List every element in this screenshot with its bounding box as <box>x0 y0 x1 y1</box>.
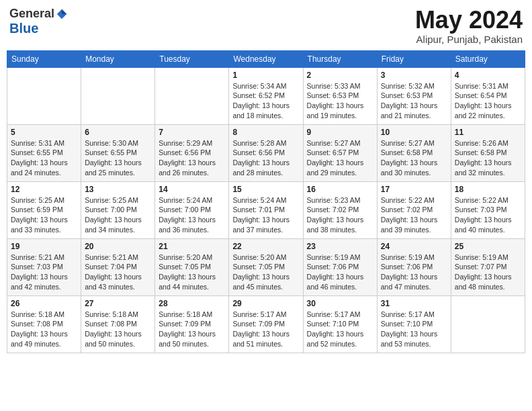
calendar-week-row: 1Sunrise: 5:34 AMSunset: 6:52 PMDaylight… <box>7 67 525 124</box>
day-info: Sunrise: 5:25 AMSunset: 7:00 PMDaylight:… <box>85 195 151 235</box>
calendar-header-friday: Friday <box>377 50 451 67</box>
calendar-header-tuesday: Tuesday <box>155 50 229 67</box>
day-number: 4 <box>455 71 521 80</box>
day-number: 3 <box>381 71 447 80</box>
calendar-cell: 1Sunrise: 5:34 AMSunset: 6:52 PMDaylight… <box>229 67 303 124</box>
day-info: Sunrise: 5:21 AMSunset: 7:03 PMDaylight:… <box>11 253 77 292</box>
calendar-cell: 3Sunrise: 5:32 AMSunset: 6:53 PMDaylight… <box>377 67 451 124</box>
day-number: 2 <box>307 71 373 80</box>
calendar-cell <box>81 67 155 124</box>
calendar-cell: 7Sunrise: 5:29 AMSunset: 6:56 PMDaylight… <box>155 124 229 181</box>
calendar-header-saturday: Saturday <box>451 50 525 67</box>
calendar-cell: 18Sunrise: 5:22 AMSunset: 7:03 PMDayligh… <box>451 181 525 238</box>
calendar-header-thursday: Thursday <box>303 50 377 67</box>
calendar-cell: 21Sunrise: 5:20 AMSunset: 7:05 PMDayligh… <box>155 238 229 295</box>
logo-general: General <box>9 7 54 21</box>
calendar-cell: 8Sunrise: 5:28 AMSunset: 6:56 PMDaylight… <box>229 124 303 181</box>
day-number: 27 <box>85 299 151 308</box>
calendar-header-sunday: Sunday <box>7 50 81 67</box>
calendar-cell: 19Sunrise: 5:21 AMSunset: 7:03 PMDayligh… <box>7 238 81 295</box>
logo-icon <box>56 8 68 20</box>
day-info: Sunrise: 5:30 AMSunset: 6:55 PMDaylight:… <box>85 138 151 178</box>
day-info: Sunrise: 5:33 AMSunset: 6:53 PMDaylight:… <box>307 81 373 121</box>
day-number: 22 <box>232 242 299 251</box>
day-number: 19 <box>11 242 77 251</box>
day-info: Sunrise: 5:20 AMSunset: 7:05 PMDaylight:… <box>159 253 225 292</box>
day-info: Sunrise: 5:17 AMSunset: 7:10 PMDaylight:… <box>307 310 373 349</box>
page-header: General Blue May 2024 Alipur, Punjab, Pa… <box>7 7 525 45</box>
day-number: 13 <box>85 185 151 194</box>
day-info: Sunrise: 5:19 AMSunset: 7:06 PMDaylight:… <box>307 253 373 292</box>
day-number: 1 <box>232 71 299 80</box>
day-info: Sunrise: 5:18 AMSunset: 7:08 PMDaylight:… <box>85 310 151 349</box>
calendar-cell: 25Sunrise: 5:19 AMSunset: 7:07 PMDayligh… <box>451 238 525 295</box>
calendar-cell: 20Sunrise: 5:21 AMSunset: 7:04 PMDayligh… <box>81 238 155 295</box>
calendar-cell: 15Sunrise: 5:24 AMSunset: 7:01 PMDayligh… <box>229 181 303 238</box>
calendar-cell: 5Sunrise: 5:31 AMSunset: 6:55 PMDaylight… <box>7 124 81 181</box>
logo: General Blue <box>9 7 68 36</box>
calendar-cell: 4Sunrise: 5:31 AMSunset: 6:54 PMDaylight… <box>451 67 525 124</box>
calendar-cell: 9Sunrise: 5:27 AMSunset: 6:57 PMDaylight… <box>303 124 377 181</box>
calendar-cell: 11Sunrise: 5:26 AMSunset: 6:58 PMDayligh… <box>451 124 525 181</box>
calendar-cell: 30Sunrise: 5:17 AMSunset: 7:10 PMDayligh… <box>303 295 377 353</box>
day-info: Sunrise: 5:17 AMSunset: 7:09 PMDaylight:… <box>232 310 299 349</box>
day-number: 18 <box>455 185 521 194</box>
day-info: Sunrise: 5:24 AMSunset: 7:01 PMDaylight:… <box>232 195 299 235</box>
day-number: 31 <box>381 299 447 308</box>
calendar-cell: 23Sunrise: 5:19 AMSunset: 7:06 PMDayligh… <box>303 238 377 295</box>
logo-blue: Blue <box>9 21 38 36</box>
calendar-cell: 28Sunrise: 5:18 AMSunset: 7:09 PMDayligh… <box>155 295 229 353</box>
day-info: Sunrise: 5:18 AMSunset: 7:09 PMDaylight:… <box>159 310 225 349</box>
day-number: 11 <box>455 128 521 137</box>
day-info: Sunrise: 5:25 AMSunset: 6:59 PMDaylight:… <box>11 195 77 235</box>
calendar-cell: 13Sunrise: 5:25 AMSunset: 7:00 PMDayligh… <box>81 181 155 238</box>
calendar-cell: 22Sunrise: 5:20 AMSunset: 7:05 PMDayligh… <box>229 238 303 295</box>
day-info: Sunrise: 5:27 AMSunset: 6:57 PMDaylight:… <box>307 138 373 178</box>
calendar-cell: 17Sunrise: 5:22 AMSunset: 7:02 PMDayligh… <box>377 181 451 238</box>
day-number: 20 <box>85 242 151 251</box>
day-info: Sunrise: 5:19 AMSunset: 7:07 PMDaylight:… <box>455 253 521 292</box>
day-number: 16 <box>307 185 373 194</box>
day-number: 7 <box>159 128 225 137</box>
day-info: Sunrise: 5:29 AMSunset: 6:56 PMDaylight:… <box>159 138 225 178</box>
day-info: Sunrise: 5:22 AMSunset: 7:02 PMDaylight:… <box>381 195 447 235</box>
day-number: 10 <box>381 128 447 137</box>
day-info: Sunrise: 5:28 AMSunset: 6:56 PMDaylight:… <box>232 138 299 178</box>
month-title: May 2024 <box>415 7 523 34</box>
day-info: Sunrise: 5:34 AMSunset: 6:52 PMDaylight:… <box>232 81 299 121</box>
calendar-week-row: 19Sunrise: 5:21 AMSunset: 7:03 PMDayligh… <box>7 238 525 295</box>
title-block: May 2024 Alipur, Punjab, Pakistan <box>415 7 523 45</box>
day-number: 6 <box>85 128 151 137</box>
day-number: 26 <box>11 299 77 308</box>
day-number: 21 <box>159 242 225 251</box>
day-info: Sunrise: 5:17 AMSunset: 7:10 PMDaylight:… <box>381 310 447 349</box>
calendar-cell: 6Sunrise: 5:30 AMSunset: 6:55 PMDaylight… <box>81 124 155 181</box>
day-number: 29 <box>232 299 299 308</box>
calendar-cell: 24Sunrise: 5:19 AMSunset: 7:06 PMDayligh… <box>377 238 451 295</box>
day-number: 23 <box>307 242 373 251</box>
calendar-cell: 10Sunrise: 5:27 AMSunset: 6:58 PMDayligh… <box>377 124 451 181</box>
day-info: Sunrise: 5:26 AMSunset: 6:58 PMDaylight:… <box>455 138 521 178</box>
calendar-header-wednesday: Wednesday <box>229 50 303 67</box>
calendar-week-row: 12Sunrise: 5:25 AMSunset: 6:59 PMDayligh… <box>7 181 525 238</box>
location: Alipur, Punjab, Pakistan <box>415 34 523 45</box>
calendar-week-row: 5Sunrise: 5:31 AMSunset: 6:55 PMDaylight… <box>7 124 525 181</box>
calendar-week-row: 26Sunrise: 5:18 AMSunset: 7:08 PMDayligh… <box>7 295 525 353</box>
calendar-cell <box>7 67 81 124</box>
calendar: SundayMondayTuesdayWednesdayThursdayFrid… <box>7 50 525 353</box>
calendar-header-monday: Monday <box>81 50 155 67</box>
day-number: 9 <box>307 128 373 137</box>
day-number: 17 <box>381 185 447 194</box>
calendar-cell <box>155 67 229 124</box>
day-number: 28 <box>159 299 225 308</box>
day-info: Sunrise: 5:18 AMSunset: 7:08 PMDaylight:… <box>11 310 77 349</box>
day-info: Sunrise: 5:20 AMSunset: 7:05 PMDaylight:… <box>232 253 299 292</box>
calendar-cell: 31Sunrise: 5:17 AMSunset: 7:10 PMDayligh… <box>377 295 451 353</box>
day-info: Sunrise: 5:24 AMSunset: 7:00 PMDaylight:… <box>159 195 225 235</box>
calendar-cell <box>451 295 525 353</box>
calendar-cell: 29Sunrise: 5:17 AMSunset: 7:09 PMDayligh… <box>229 295 303 353</box>
day-info: Sunrise: 5:27 AMSunset: 6:58 PMDaylight:… <box>381 138 447 178</box>
svg-marker-1 <box>62 9 66 13</box>
day-number: 12 <box>11 185 77 194</box>
day-info: Sunrise: 5:31 AMSunset: 6:54 PMDaylight:… <box>455 81 521 121</box>
